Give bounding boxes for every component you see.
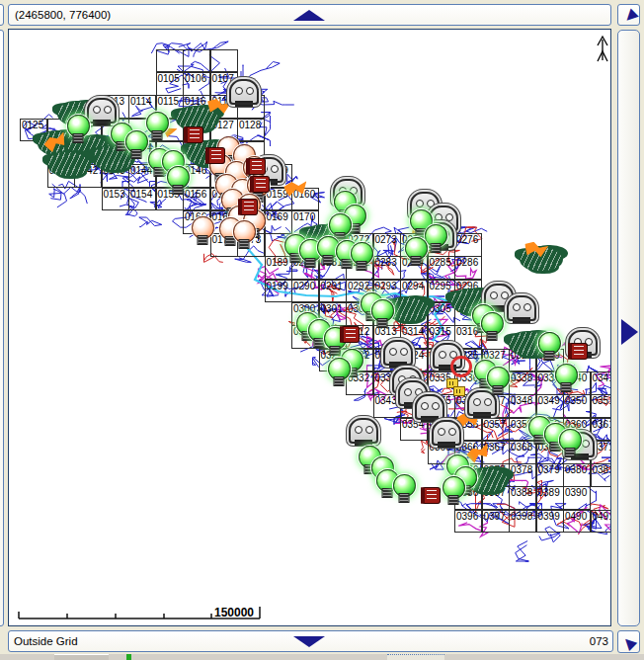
grid-cell-label: 0154: [130, 189, 152, 200]
green-bulb-marker: [351, 242, 373, 265]
map-canvas[interactable]: 150000 010501060107011301140115011601170…: [8, 29, 611, 626]
grid-cell-0399: 0399: [536, 510, 564, 534]
grid-cell-0390: 0390: [563, 486, 591, 510]
grid-cell-0368: 0368: [509, 441, 536, 464]
corner-pan-nw-button[interactable]: ◀: [617, 630, 640, 653]
grid-cell-0396: 0396: [454, 510, 482, 534]
grid-cell-0380: 0380: [563, 463, 591, 487]
grid-cell-0397: 0397: [482, 510, 510, 534]
book-marker: [205, 147, 225, 164]
grid-cell-label: 0125: [22, 120, 43, 130]
grid-cell-0189: 0189: [265, 256, 292, 280]
grid-cell-0338: 0338: [509, 371, 536, 395]
grid-cell-label: 0327: [484, 350, 506, 361]
grid-cell-label: 0273: [375, 234, 397, 245]
grid-cell-0273: 0273: [373, 233, 401, 257]
map-line: [49, 189, 67, 207]
grid-cell-label: 0361: [593, 419, 612, 430]
grid-cell-label: 0293: [375, 281, 397, 291]
tree-marker: [47, 151, 91, 177]
grid-cell-0153: 0153: [102, 188, 129, 211]
grid-cell-label: 0295: [430, 281, 451, 291]
grid-cell-label: 0313: [375, 326, 397, 337]
salmon-bulb-marker: [192, 216, 214, 239]
red-circle-marker: [450, 356, 472, 377]
grid-cell-0156: 0156: [183, 188, 210, 211]
grid-cell-label: 0357: [484, 419, 506, 430]
grid-cell-label: 0490: [565, 511, 587, 522]
grid-cell-label: 0491: [593, 511, 612, 522]
status-scale-readout: 073: [590, 631, 608, 651]
grid-cell-0160: 0160: [291, 188, 319, 211]
meter-marker: [349, 418, 378, 444]
map-line: [139, 217, 162, 227]
book-marker: [250, 176, 270, 193]
grid-cell-0379: 0379: [536, 463, 564, 487]
grid-cell-label: 0396: [456, 511, 478, 522]
grid-cell-label: 0398: [511, 511, 532, 522]
grid-cell-label: 0199: [267, 281, 288, 291]
grid-cell: [210, 49, 238, 73]
grid-cell-label: 0397: [484, 511, 506, 522]
green-bulb-marker: [146, 112, 169, 134]
triangle-down-icon: [293, 636, 325, 647]
map-line: [516, 541, 529, 562]
green-bulb-marker: [393, 474, 416, 497]
corner-pan-sw-button[interactable]: ◀: [617, 4, 640, 26]
adjacent-panel-fragment: [0, 4, 4, 26]
grid-cell-label: 0294: [402, 281, 424, 291]
grid-cell-label: 0105: [158, 73, 180, 84]
grid-cell-0357: 0357: [482, 418, 510, 442]
meter-marker: [229, 79, 259, 105]
grid-cell-label: 0343: [375, 395, 397, 406]
green-bulb-marker: [487, 367, 510, 389]
grid-cell-label: 0350: [565, 395, 587, 406]
map-line: [241, 62, 280, 80]
green-bulb-marker: [328, 358, 351, 380]
background-window-fragment: [54, 654, 109, 660]
book-marker: [238, 199, 258, 215]
grid-cell-label: 0170: [293, 211, 315, 222]
grid-cell-label: 0106: [185, 73, 206, 84]
book-marker: [568, 343, 588, 360]
green-bulb-marker: [125, 130, 148, 153]
grid-cell-label: 0314: [402, 326, 424, 337]
grid-cell-0169: 0169: [265, 210, 292, 234]
grid-cell-label: 0114: [130, 96, 152, 107]
grid-cell-label: 0290: [293, 281, 315, 291]
grid-cell-0290: 0290: [291, 280, 319, 303]
status-message: Outside Grid: [14, 635, 78, 647]
grid-cell-0291: 0291: [319, 280, 347, 303]
meter-marker: [507, 295, 536, 321]
grid-cell-label: 0291: [321, 281, 343, 291]
grid-cell-0378: 0378: [509, 463, 536, 487]
yellow-sign-marker: [453, 386, 465, 396]
vertical-scrollbar-track[interactable]: [617, 30, 640, 626]
grid-cell-label: 0156: [185, 189, 206, 200]
background-window-fragment: [126, 654, 131, 660]
grid-cell-0388: 0388: [509, 486, 536, 510]
grid-cell-label: 0368: [511, 442, 532, 453]
grid-cell-label: 0169: [267, 211, 288, 222]
grid-cell: [156, 49, 184, 73]
meter-marker: [415, 394, 444, 420]
grid-cell-label: 0153: [104, 189, 125, 200]
grid-cell-0199: 0199: [265, 280, 292, 303]
triangle-up-icon: [293, 10, 325, 21]
green-bulb-marker: [405, 237, 428, 260]
grid-cell-label: 0388: [511, 487, 532, 498]
grid-cell-0349: 0349: [536, 394, 564, 418]
grid-cell-label: 0371: [593, 442, 612, 453]
meter-marker: [87, 98, 117, 124]
grid-cell-0276: 0276: [454, 233, 482, 257]
book-marker: [184, 126, 203, 143]
grid-cell-0348: 0348: [509, 394, 536, 418]
arrow-sw-icon: ◀: [619, 5, 641, 27]
grid-cell-label: 0338: [511, 372, 532, 383]
grid-cell-label: 0128: [239, 120, 261, 130]
grid-cell-label: 0276: [456, 234, 478, 245]
grid-cell-0389: 0389: [536, 486, 564, 510]
grid-cell: [183, 49, 210, 73]
green-bulb-marker: [371, 299, 394, 322]
green-bulb-marker: [329, 213, 352, 236]
